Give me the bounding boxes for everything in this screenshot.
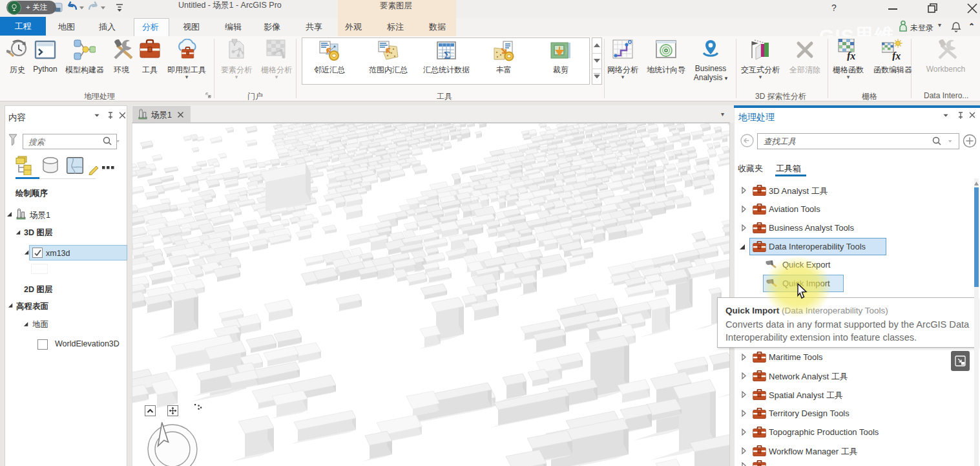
svg-text:Σ: Σ xyxy=(444,50,450,61)
svg-text:fx: fx xyxy=(892,50,901,61)
svg-text:fx: fx xyxy=(847,50,855,61)
